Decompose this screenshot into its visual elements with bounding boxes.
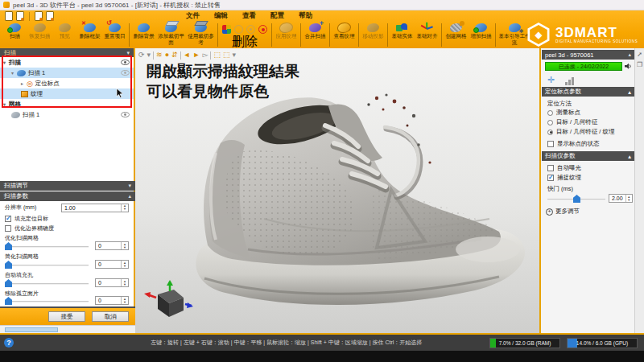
positioning-method-label: 定位方法 (547, 100, 572, 108)
fill-holes-input[interactable]: 0▲▼ (95, 278, 129, 287)
menu-help[interactable]: 帮助 (295, 11, 316, 21)
base-entity-button[interactable]: 基础实体 (390, 22, 415, 48)
expander-icon[interactable]: ▾ (11, 70, 17, 76)
spinner-arrows[interactable]: ▲▼ (121, 297, 128, 304)
slider-label-row: 简化扫描网格 (0, 253, 135, 260)
scrollbar-thumb[interactable] (5, 327, 58, 332)
tree-item-texture[interactable]: 纹理 (0, 88, 134, 99)
fill-targets-checkbox[interactable] (5, 216, 11, 222)
orientation-cube-widget[interactable] (143, 280, 193, 322)
tree-item-targets[interactable]: ▸ ◎ 定位标点 (0, 78, 134, 88)
menu-file[interactable]: 文件 (183, 11, 203, 21)
viewport-3d[interactable]: ⟳▾ ≋ ● ⇵ ◄ ► ▻ ⬚ ⬚ ▾ 開啟顯示掃描紋理結果 可以看見物件原色 (135, 48, 539, 333)
spinner-arrows[interactable]: ▲▼ (625, 195, 632, 202)
divider (441, 23, 442, 47)
optimize-mesh-slider[interactable] (5, 241, 89, 251)
circle-dot-icon[interactable] (246, 25, 255, 34)
move-projection-button[interactable]: 移动投影 (361, 22, 386, 48)
optimize-boundary-checkbox[interactable] (5, 225, 11, 232)
create-mesh-icon (450, 23, 462, 32)
spinner-arrows[interactable]: ▲▼ (121, 279, 128, 286)
show-targets-status-row[interactable]: 显示标点的状态 (547, 140, 600, 148)
save-as-icon[interactable] (46, 11, 54, 21)
simplify-mesh-slider[interactable] (5, 260, 89, 269)
add-clipping-plane-button[interactable]: 添加裁切平面 (156, 22, 186, 48)
radio-icon[interactable] (547, 120, 553, 125)
radio-targets[interactable]: 测量标点 (547, 109, 580, 117)
help-icon[interactable]: ? (4, 338, 14, 348)
section-scan-adjust[interactable]: 扫描调节▾ (0, 181, 135, 191)
remove-background-button[interactable]: 删除背景 (131, 22, 156, 48)
use-clipping-reference-button[interactable]: 使用裁切参考 (186, 22, 216, 48)
open-session-icon[interactable] (16, 11, 24, 21)
preview-button[interactable]: 预览 (52, 22, 77, 48)
tree-panel-header[interactable]: 扫描▾ (0, 48, 134, 57)
menu-view[interactable]: 查看 (239, 11, 259, 21)
move-targets-icon[interactable]: ✛ (547, 75, 554, 85)
show-targets-checkbox[interactable] (547, 141, 554, 147)
base-align-button[interactable]: 基础对齐 (415, 22, 440, 48)
new-session-icon[interactable] (5, 11, 13, 21)
expander-icon[interactable]: ▸ (21, 80, 27, 86)
save-session-icon[interactable] (35, 11, 43, 21)
shutter-slider[interactable] (547, 194, 605, 204)
shutter-input[interactable]: 2.00 ▲▼ (609, 194, 633, 203)
eye-icon[interactable] (121, 60, 130, 67)
radio-targets-geometry-texture[interactable]: 目标 / 几何特征 / 纹理 (547, 128, 615, 136)
eye-icon[interactable] (121, 70, 130, 77)
resolution-input[interactable]: 1.00 ▲▼ (61, 204, 129, 212)
remove-isolated-slider[interactable] (5, 296, 89, 306)
target-icon[interactable] (258, 25, 267, 34)
expander-icon[interactable]: ▾ (3, 101, 9, 107)
menu-config[interactable]: 配置 (267, 11, 287, 21)
circle-icon[interactable] (234, 25, 243, 34)
chevron-down-icon: ▾ (128, 183, 131, 189)
radio-targets-geometry[interactable]: 目标 / 几何特征 (547, 118, 597, 126)
spinner-arrows[interactable]: ▲▼ (121, 242, 128, 249)
more-settings-link[interactable]: + 更多调节 (546, 208, 580, 216)
capture-texture-checkbox[interactable] (547, 175, 554, 181)
pop-out-icon[interactable]: ➚ (637, 51, 642, 58)
create-mesh-button[interactable]: 创建网格 (444, 22, 469, 48)
accept-cancel-bar: 接受 取消 (0, 308, 135, 325)
tree-item-mesh-scan1[interactable]: 扫描 1 (0, 109, 134, 120)
eye-icon[interactable] (121, 112, 130, 119)
apply-texture-button[interactable]: 应用纹理 (274, 22, 299, 48)
shutter-label: 快门 (ms) (547, 185, 573, 193)
add-scan-button[interactable]: 增加扫描 (469, 22, 493, 48)
section-scan-params[interactable]: 扫描参数▴ (0, 191, 135, 201)
horizontal-scrollbar[interactable] (0, 325, 135, 333)
cancel-button[interactable]: 取消 (92, 311, 129, 322)
radio-selected-icon[interactable] (547, 130, 553, 135)
spinner-arrows[interactable]: ▲▼ (121, 261, 128, 268)
palette-icon[interactable] (222, 25, 231, 34)
accept-button[interactable]: 接受 (48, 311, 85, 322)
view-texture-button[interactable]: 查看纹理 (332, 22, 357, 48)
remove-isolated-input[interactable]: 0▲▼ (95, 296, 129, 305)
guided-workflow-icon (509, 23, 521, 32)
radio-icon[interactable] (547, 110, 553, 116)
expander-icon[interactable]: ▾ (3, 60, 9, 65)
collapse-icon[interactable]: ▾ (126, 50, 130, 56)
resume-scan-button[interactable]: 恢复扫描 (27, 22, 52, 48)
auto-exposure-checkbox[interactable] (547, 165, 554, 171)
speaker-icon[interactable] (625, 63, 632, 72)
menu-edit[interactable]: 编辑 (211, 11, 231, 21)
section-positioning-params[interactable]: 定位标点参数▴ (542, 87, 634, 97)
delete-frames-button[interactable]: 删除框架 (77, 22, 102, 48)
section-scanner-params[interactable]: 扫描仪参数▴ (542, 151, 634, 161)
fill-holes-slider[interactable] (5, 278, 89, 288)
capture-texture-row[interactable]: 捕捉纹理 (547, 174, 581, 182)
tree-group-scans[interactable]: ▾ 扫描 (0, 57, 134, 68)
auto-exposure-row[interactable]: 自动曝光 (547, 164, 581, 172)
spinner-arrows[interactable]: ▲▼ (121, 204, 128, 212)
scanner-panel-header[interactable]: peel 3d - 9570061▴ (542, 50, 634, 60)
merge-scans-button[interactable]: 合并扫描 (303, 22, 328, 48)
tree-group-meshes[interactable]: ▾ 网格 (0, 99, 134, 109)
window-dock-icon[interactable]: ❐ (637, 61, 642, 68)
scan-button[interactable]: 扫描 (2, 22, 27, 48)
tree-item-scan1[interactable]: ▾ 扫描 1 (0, 68, 134, 78)
simplify-mesh-input[interactable]: 0▲▼ (95, 260, 129, 269)
reset-project-button[interactable]: 重置项目 (102, 22, 127, 48)
optimize-mesh-input[interactable]: 0▲▼ (95, 241, 129, 250)
